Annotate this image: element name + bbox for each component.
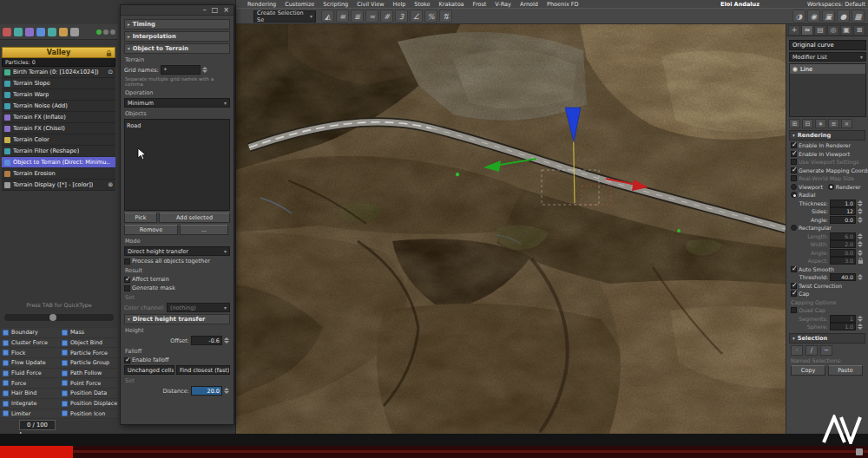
threshold-spinner[interactable]: 40.0 — [830, 273, 856, 281]
depot-item[interactable]: Boundary — [0, 328, 59, 338]
viewport[interactable] — [236, 24, 786, 434]
twist-correction-checkbox[interactable] — [791, 283, 797, 289]
editor-tool-teal[interactable] — [14, 28, 23, 36]
sides-spinner[interactable]: 12 — [830, 207, 856, 215]
menu-item[interactable]: Arnold — [520, 1, 538, 8]
editor-zoom-slider[interactable] — [4, 314, 114, 321]
rollout-direct-height-transfer[interactable]: Direct height transfer — [124, 314, 230, 324]
depot-item[interactable]: Limiter — [0, 409, 59, 420]
operator-item[interactable]: Object to Terrain (Direct: Minimu... — [2, 157, 115, 168]
menu-item[interactable]: Stoke — [414, 1, 430, 8]
depot-item[interactable]: Path Follow — [59, 369, 118, 379]
depot-item[interactable]: Flock — [0, 348, 59, 358]
remove-button[interactable]: Remove — [124, 225, 178, 235]
depot-item[interactable]: Fluid Force — [0, 369, 59, 379]
vertex-subobject-icon[interactable]: · — [791, 345, 803, 356]
pin-stack-icon[interactable]: ⊞ — [789, 119, 800, 128]
display-tab-icon[interactable]: ▣ — [840, 25, 852, 36]
minimize-icon[interactable]: – — [203, 6, 207, 15]
depot-item[interactable]: Point Force — [59, 378, 118, 389]
menu-item[interactable]: Help — [393, 1, 406, 8]
rollout-timing[interactable]: Timing — [124, 19, 230, 29]
material-editor-icon[interactable]: ◑ — [792, 10, 806, 23]
menu-item[interactable]: Frost — [473, 1, 487, 8]
workspaces-selector[interactable]: Workspaces: Default — [807, 1, 865, 8]
align-icon[interactable]: ≡ — [336, 10, 349, 23]
auto-smooth-checkbox[interactable] — [791, 266, 797, 272]
grid-names-spinner[interactable] — [202, 65, 208, 75]
depot-item[interactable]: Position Icon — [59, 409, 118, 420]
operator-item[interactable]: Terrain Color — [2, 134, 115, 146]
operator-item[interactable]: Terrain Noise (Add) — [2, 101, 115, 112]
rectangular-radio[interactable] — [791, 225, 797, 231]
falloff-cells-dropdown[interactable]: Unchanged cells — [124, 365, 174, 375]
thickness-spinner[interactable]: 1.0 — [830, 200, 856, 207]
rollout-rendering[interactable]: Rendering — [789, 130, 865, 141]
cap-checkbox[interactable] — [791, 291, 797, 297]
enable-viewport-checkbox[interactable] — [791, 151, 797, 157]
node-title-bar[interactable]: Valley — [2, 47, 115, 58]
operator-badge-icon[interactable]: ⊙ — [108, 69, 113, 75]
operator-item[interactable]: Terrain Display ([*] - [color]) ⊛ — [2, 180, 115, 191]
tyflow-node-valley[interactable]: Valley Particles: 0 Birth Terrain (0: [1… — [2, 47, 115, 191]
generate-mapping-checkbox[interactable] — [791, 167, 797, 173]
slider-knob[interactable] — [49, 314, 56, 321]
depot-item[interactable]: Mass — [59, 328, 118, 338]
close-icon[interactable]: × — [223, 6, 229, 15]
aspect-spinner[interactable]: 3.0 — [830, 257, 856, 265]
copy-button[interactable]: Copy — [791, 365, 825, 376]
objects-listbox[interactable]: Road — [124, 119, 230, 211]
lock-icon[interactable] — [106, 49, 112, 59]
rollout-object-to-terrain[interactable]: Object to Terrain — [124, 43, 230, 54]
video-progress-bar[interactable] — [0, 446, 868, 458]
operator-item[interactable]: Terrain Filter (Reshape) — [2, 146, 115, 157]
process-all-checkbox[interactable] — [124, 258, 130, 265]
enable-renderer-checkbox[interactable] — [791, 142, 797, 148]
menu-item[interactable]: Civil View — [357, 1, 384, 8]
render-production-icon[interactable]: ● — [837, 10, 850, 23]
menu-item[interactable]: Krakatoa — [439, 1, 464, 8]
timeline-strip[interactable] — [0, 434, 868, 446]
depot-item[interactable]: Hair Bind — [0, 389, 59, 399]
maximize-icon[interactable]: □ — [212, 6, 219, 15]
grid-names-input[interactable]: * — [161, 65, 201, 75]
angle2-spinner[interactable]: 0.0 — [830, 249, 856, 257]
editor-tool-teal2[interactable] — [48, 28, 56, 36]
more-button[interactable]: ... — [180, 225, 228, 235]
operator-item[interactable]: Terrain Slope — [2, 78, 115, 89]
editor-tool-gray[interactable] — [70, 28, 79, 36]
rollout-selection[interactable]: Selection — [789, 333, 865, 344]
modify-tab-icon[interactable]: ≈ — [801, 25, 813, 36]
sphere-arrows[interactable] — [858, 322, 864, 331]
operator-item[interactable]: Terrain FX (Inflate) — [2, 112, 115, 123]
workspace-icon[interactable]: ▦ — [852, 10, 865, 23]
depot-item[interactable]: Integrate — [0, 399, 59, 409]
create-tab-icon[interactable]: + — [788, 25, 800, 36]
snap-toggle-icon[interactable]: 3 — [395, 10, 408, 23]
operation-dropdown[interactable]: Minimum — [124, 98, 230, 108]
make-unique-icon[interactable]: ∗ — [815, 119, 826, 128]
operator-item[interactable]: Birth Terrain (0: [1024x1024]) ⊙ — [2, 67, 115, 78]
depot-item[interactable]: Force — [0, 378, 59, 389]
operator-badge-icon[interactable]: ⊛ — [108, 181, 113, 188]
hierarchy-tab-icon[interactable]: ▤ — [814, 25, 826, 36]
motion-tab-icon[interactable]: ◎ — [827, 25, 839, 36]
editor-tool-red[interactable] — [3, 28, 11, 36]
operator-item[interactable]: Terrain FX (Chisel) — [2, 123, 115, 134]
mirror-icon[interactable]: ◭ — [321, 10, 334, 23]
rendered-frame-icon[interactable]: ▣ — [822, 10, 835, 23]
visibility-bulb-icon[interactable] — [792, 67, 798, 72]
operator-item[interactable]: Terrain Warp — [2, 89, 115, 101]
object-name-field[interactable]: Original curve — [789, 40, 866, 50]
modifier-stack[interactable]: Line — [789, 63, 866, 117]
color-channel-dropdown[interactable]: (nothing) — [167, 303, 230, 312]
width-spinner[interactable]: 2.0 — [830, 240, 856, 248]
modifier-list-dropdown[interactable]: Modifier List — [789, 52, 866, 62]
mode-dropdown[interactable]: Direct height transfer — [124, 246, 230, 256]
generate-mask-checkbox[interactable] — [124, 285, 130, 291]
spline-subobject-icon[interactable]: ~ — [820, 345, 832, 356]
angle-snap-icon[interactable]: ∠ — [410, 10, 423, 23]
depot-item[interactable]: Position Data — [59, 389, 118, 399]
layers-icon[interactable]: ≣ — [351, 10, 364, 23]
use-viewport-settings-checkbox[interactable] — [791, 159, 797, 165]
